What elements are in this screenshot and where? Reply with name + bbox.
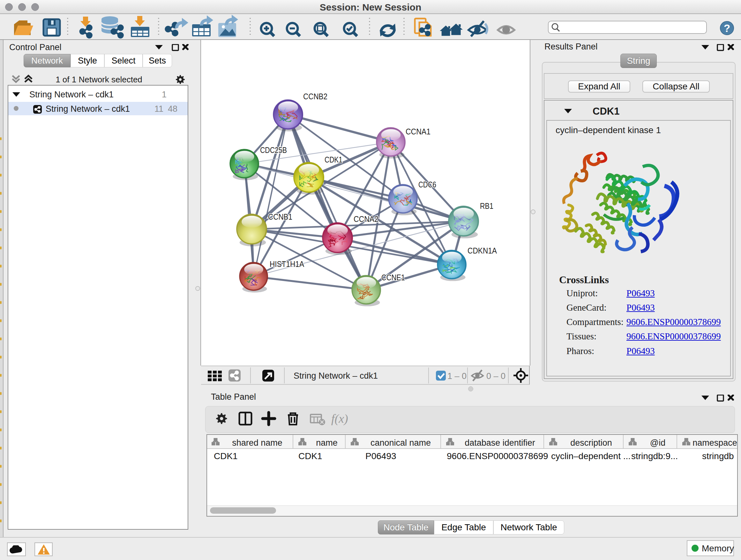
svg-text:0 – 0: 0 – 0 bbox=[486, 371, 506, 381]
svg-text:CCNA1: CCNA1 bbox=[406, 127, 430, 136]
svg-text:CCNB2: CCNB2 bbox=[303, 92, 327, 101]
svg-text:CDKN1A: CDKN1A bbox=[468, 246, 497, 255]
svg-text:CDC6: CDC6 bbox=[418, 180, 436, 189]
svg-text:CCNA2: CCNA2 bbox=[354, 214, 379, 224]
svg-text:1 – 0: 1 – 0 bbox=[448, 371, 467, 381]
svg-text:CCNB1: CCNB1 bbox=[268, 212, 292, 221]
svg-text:CCNE1: CCNE1 bbox=[381, 273, 405, 282]
svg-text:RB1: RB1 bbox=[480, 201, 493, 210]
svg-text:CDK1: CDK1 bbox=[325, 155, 342, 164]
svg-text:CDC25B: CDC25B bbox=[260, 145, 287, 154]
svg-text:f(x): f(x) bbox=[331, 412, 348, 426]
svg-text:HIST1H1A: HIST1H1A bbox=[270, 260, 304, 268]
